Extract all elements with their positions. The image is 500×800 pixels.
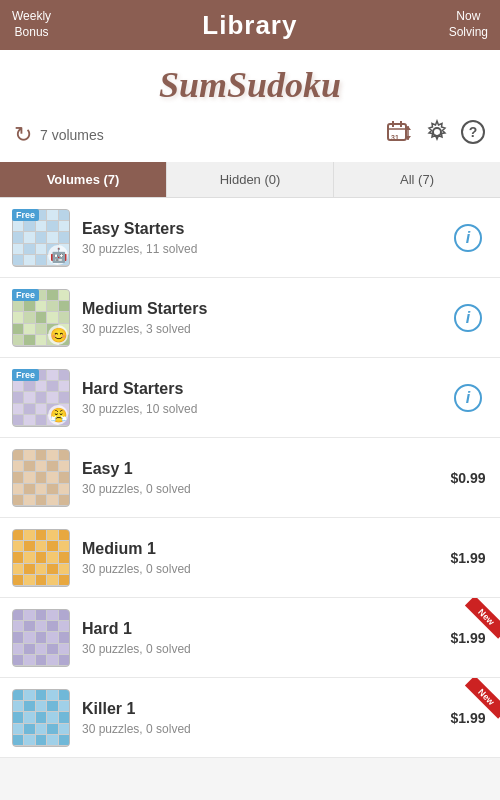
thumb-wrap [12, 449, 70, 507]
svg-text:?: ? [469, 124, 478, 140]
puzzle-thumbnail [12, 609, 70, 667]
puzzle-thumbnail [12, 689, 70, 747]
item-sub: 30 puzzles, 3 solved [82, 322, 448, 336]
new-badge [450, 678, 500, 728]
item-name: Medium 1 [82, 540, 448, 558]
app-header: Weekly Bonus Library Now Solving [0, 0, 500, 50]
puzzle-thumbnail [12, 529, 70, 587]
list-item[interactable]: Easy 130 puzzles, 0 solved$0.99 [0, 438, 500, 518]
refresh-icon[interactable]: ↻ [14, 122, 32, 148]
list-item[interactable]: Killer 130 puzzles, 0 solved$1.99 [0, 678, 500, 758]
now-solving-button[interactable]: Now Solving [449, 9, 488, 40]
app-title: SumSudoku [0, 64, 500, 106]
sort-calendar-button[interactable]: 31 [386, 118, 414, 152]
thumb-wrap [12, 529, 70, 587]
item-sub: 30 puzzles, 10 solved [82, 402, 448, 416]
item-sub: 30 puzzles, 0 solved [82, 722, 448, 736]
list-item[interactable]: Free😤Hard Starters30 puzzles, 10 solvedi [0, 358, 500, 438]
item-sub: 30 puzzles, 0 solved [82, 642, 448, 656]
item-sub: 30 puzzles, 0 solved [82, 562, 448, 576]
settings-button[interactable] [424, 119, 450, 151]
mascot-icon: 😊 [48, 325, 68, 345]
list-item[interactable]: Hard 130 puzzles, 0 solved$1.99 [0, 598, 500, 678]
weekly-bonus-button[interactable]: Weekly Bonus [12, 9, 51, 40]
item-name: Hard Starters [82, 380, 448, 398]
tab-volumes[interactable]: Volumes (7) [0, 162, 167, 197]
header-title: Library [202, 10, 297, 41]
item-sub: 30 puzzles, 11 solved [82, 242, 448, 256]
tabs-bar: Volumes (7) Hidden (0) All (7) [0, 162, 500, 198]
svg-text:31: 31 [391, 134, 399, 141]
calendar-sort-icon: 31 [386, 118, 414, 146]
free-badge: Free [12, 369, 39, 381]
list-item[interactable]: Medium 130 puzzles, 0 solved$1.99 [0, 518, 500, 598]
list-item[interactable]: Free🤖Easy Starters30 puzzles, 11 solvedi [0, 198, 500, 278]
tab-all[interactable]: All (7) [334, 162, 500, 197]
volumes-count: 7 volumes [40, 127, 104, 143]
mascot-icon: 😤 [48, 405, 68, 425]
free-badge: Free [12, 289, 39, 301]
toolbar: ↻ 7 volumes 31 ? [0, 112, 500, 162]
item-name: Easy 1 [82, 460, 448, 478]
price-label: $1.99 [450, 550, 485, 566]
thumb-wrap [12, 609, 70, 667]
tab-hidden[interactable]: Hidden (0) [167, 162, 334, 197]
thumb-wrap: Free😤 [12, 369, 70, 427]
help-icon: ? [460, 119, 486, 145]
thumb-wrap: Free😊 [12, 289, 70, 347]
help-button[interactable]: ? [460, 119, 486, 151]
thumb-wrap [12, 689, 70, 747]
info-button[interactable]: i [454, 304, 482, 332]
thumb-wrap: Free🤖 [12, 209, 70, 267]
price-label: $0.99 [450, 470, 485, 486]
new-badge [450, 598, 500, 648]
svg-point-6 [433, 128, 441, 136]
list-item[interactable]: Free😊Medium Starters30 puzzles, 3 solved… [0, 278, 500, 358]
item-sub: 30 puzzles, 0 solved [82, 482, 448, 496]
app-title-section: SumSudoku [0, 50, 500, 112]
info-button[interactable]: i [454, 224, 482, 252]
item-name: Hard 1 [82, 620, 448, 638]
mascot-icon: 🤖 [48, 245, 68, 265]
item-name: Medium Starters [82, 300, 448, 318]
volumes-list: Free🤖Easy Starters30 puzzles, 11 solvedi… [0, 198, 500, 758]
info-button[interactable]: i [454, 384, 482, 412]
item-name: Easy Starters [82, 220, 448, 238]
free-badge: Free [12, 209, 39, 221]
gear-icon [424, 119, 450, 145]
item-name: Killer 1 [82, 700, 448, 718]
puzzle-thumbnail [12, 449, 70, 507]
